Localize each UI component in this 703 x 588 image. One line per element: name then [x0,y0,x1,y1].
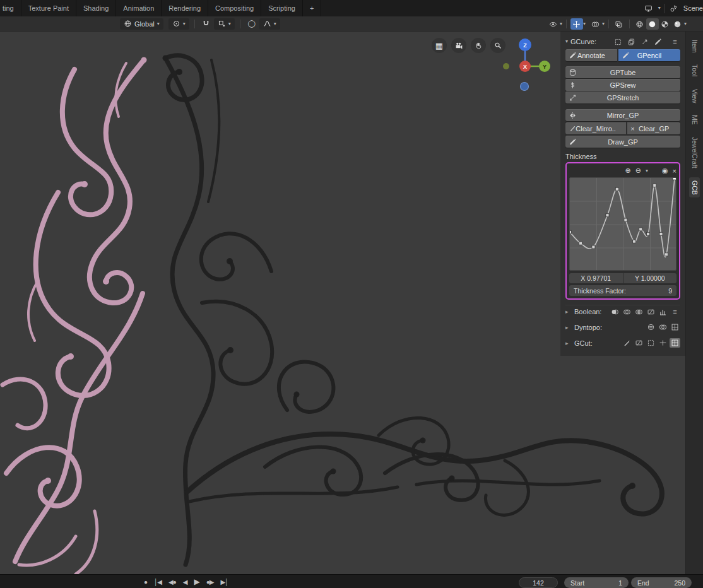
copy-icon[interactable] [626,37,637,47]
dyntopo-shade-icon[interactable] [658,322,668,332]
clear-mirror-button[interactable]: Clear_Mirro.. [565,122,626,134]
gcut-panel-header[interactable]: ▸ GCut: [565,336,680,350]
workspace-tab-shading[interactable]: Shading [76,0,116,16]
panel-menu-icon[interactable]: ≡ [670,307,680,317]
jump-start-button[interactable]: │◀ [154,579,162,585]
sidebar-tab-tool[interactable]: Tool [689,61,700,79]
axis-minus-ball[interactable] [503,63,509,69]
workspace-tab-partial[interactable]: ting [0,0,21,16]
sidebar-tab-item[interactable]: Item [689,37,700,56]
shading-material-button[interactable] [659,18,671,30]
sidebar-tab-view[interactable]: View [689,86,700,107]
boolean-panel-header[interactable]: ▸ Boolean: ≡ [565,305,680,318]
resize-icon[interactable] [639,37,650,47]
pivot-point-dropdown[interactable]: ▾ [168,18,189,30]
axis-gizmo[interactable]: Z X Y [499,34,557,97]
chevron-down-icon[interactable]: ▾ [658,6,661,11]
prev-keyframe-button[interactable]: ◀● [168,579,176,585]
thickness-factor-slider[interactable]: Thickness Factor: 9 [569,285,676,296]
mirror-gp-button[interactable]: Mirror_GP [565,109,680,121]
dyntopo-remesh-icon[interactable] [670,322,680,332]
frame-end-field[interactable]: End 250 [631,577,692,588]
curve-tools-dropdown[interactable]: ▾ [646,168,648,173]
shading-solid-button[interactable] [646,18,659,30]
show-overlays-toggle[interactable] [589,18,602,30]
panel-menu-icon[interactable]: ≡ [670,37,680,47]
snap-settings-dropdown[interactable]: ▾ [214,18,235,30]
chevron-down-icon[interactable]: ▾ [560,21,562,26]
shading-wireframe-button[interactable] [634,18,646,30]
zoom-out-icon[interactable]: ⊖ [635,167,641,175]
play-reverse-button[interactable]: ◀ [183,579,187,585]
proportional-edit-toggle[interactable]: ◯ [245,18,258,30]
workspace-tab-compositing[interactable]: Compositing [208,0,261,16]
scene-name[interactable]: Scene [683,4,703,12]
curve-point[interactable] [659,232,663,235]
gptube-button[interactable]: GPTube [565,66,680,78]
workspace-tab-rendering[interactable]: Rendering [162,0,208,16]
dyntopo-detail-icon[interactable] [646,322,656,332]
collapse-icon[interactable]: ▾ [565,39,568,44]
workspace-tab-scripting[interactable]: Scripting [261,0,303,16]
frame-start-field[interactable]: Start 1 [564,577,629,588]
chevron-down-icon[interactable]: ▾ [684,21,687,26]
bool-union-icon[interactable] [610,307,620,317]
show-gizmo-toggle[interactable] [570,18,583,30]
bool-difference-icon[interactable] [622,307,632,317]
grid-toggle-button[interactable]: ▦ [432,38,447,53]
curve-point[interactable] [653,184,656,187]
current-frame-field[interactable]: 142 [519,577,558,588]
add-workspace-button[interactable]: + [303,0,321,16]
curve-point-selected[interactable] [673,177,676,180]
curve-graph[interactable] [569,177,676,271]
bool-intersect-icon[interactable] [634,307,644,317]
curve-point[interactable] [633,240,636,243]
bool-chart-icon[interactable] [658,307,668,317]
visibility-icon[interactable] [547,18,560,30]
curve-point[interactable] [665,253,668,256]
gcut-cross-icon[interactable] [658,338,668,348]
curve-point[interactable] [624,218,627,221]
gcut-knife-icon[interactable] [622,338,632,348]
edit-icon[interactable] [653,37,663,47]
workspace-tab-animation[interactable]: Animation [116,0,162,16]
gpsrew-button[interactable]: GPSrew [565,79,680,91]
proportional-falloff-dropdown[interactable]: ▾ [259,18,280,30]
zoom-in-icon[interactable]: ⊕ [625,167,631,175]
next-keyframe-button[interactable]: ●▶ [206,579,214,585]
xray-toggle[interactable] [613,18,625,30]
draw-gp-button[interactable]: Draw_GP [565,136,680,148]
dyntopo-panel-header[interactable]: ▸ Dyntopo: [565,320,680,334]
sidebar-tab-me[interactable]: ME [689,112,700,128]
gpstretch-button[interactable]: GPStretch [565,91,680,103]
gpencil-button[interactable]: GPencil [618,49,680,61]
z-minus-ball[interactable] [521,83,529,91]
delete-point-button[interactable]: × [673,167,676,175]
preset-icon[interactable] [613,37,623,47]
autokey-toggle[interactable]: ● [144,579,147,585]
curve-point[interactable] [592,245,595,249]
curve-point[interactable] [606,214,609,217]
transform-orientation-dropdown[interactable]: Global ▾ [120,18,163,30]
annotate-button[interactable]: Annotate [565,49,617,61]
curve-x-field[interactable]: X 0.97701 [569,273,623,283]
curve-y-field[interactable]: Y 1.00000 [623,273,677,283]
curve-point[interactable] [639,228,642,231]
shading-rendered-button[interactable] [671,18,684,30]
clear-gp-button[interactable]: × Clear_GP [627,122,680,134]
pan-view-button[interactable] [471,38,486,53]
camera-view-button[interactable] [451,38,466,53]
bool-slice-icon[interactable] [646,307,656,317]
chevron-down-icon[interactable]: ▾ [583,21,586,26]
curve-point[interactable] [579,242,582,245]
workspace-tab-texture-paint[interactable]: Texture Paint [21,0,76,16]
gcut-slice-icon[interactable] [634,338,644,348]
curve-point[interactable] [647,232,650,235]
sidebar-tab-gcb[interactable]: GCB [689,177,700,198]
snap-toggle[interactable] [200,18,213,30]
jump-end-button[interactable]: ▶│ [220,579,228,585]
clipping-toggle[interactable]: ◉ [662,167,668,175]
play-button[interactable]: ▶ [194,577,199,586]
gcut-active-mode-icon[interactable] [670,338,680,348]
gcut-boxselect-icon[interactable] [646,338,656,348]
